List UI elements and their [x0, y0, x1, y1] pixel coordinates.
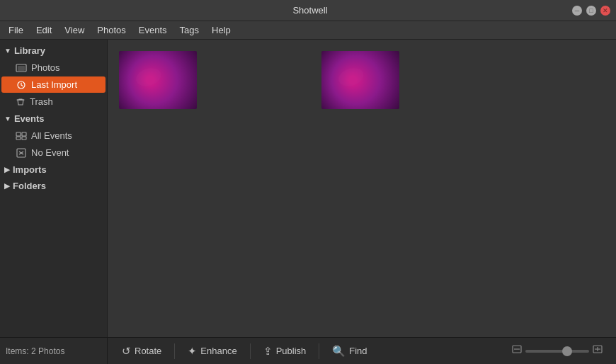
- content-area: [108, 40, 616, 337]
- sidebar-imports-header[interactable]: ▶ Imports: [0, 161, 107, 178]
- sidebar-all-events-label: All Events: [31, 130, 72, 141]
- svg-rect-5: [16, 137, 21, 140]
- status-area: Items: 2 Photos: [0, 338, 108, 364]
- sidebar-item-photos[interactable]: Photos: [1, 59, 105, 76]
- zoom-out-icon[interactable]: [511, 344, 523, 358]
- maximize-button[interactable]: □: [586, 6, 596, 16]
- svg-rect-3: [16, 132, 21, 136]
- titlebar: Shotwell ─ □ ✕: [0, 0, 616, 21]
- titlebar-title: Shotwell: [292, 5, 327, 16]
- menu-file[interactable]: File: [3, 23, 29, 38]
- sidebar-events-label: Events: [14, 113, 45, 124]
- enhance-icon: ✦: [188, 345, 197, 358]
- zoom-area: [511, 344, 609, 358]
- photo-canvas-1: [119, 51, 197, 109]
- sidebar-photos-label: Photos: [31, 62, 59, 73]
- sidebar-events-header[interactable]: ▼ Events: [0, 110, 107, 127]
- photos-icon: [16, 63, 27, 73]
- window-controls: ─ □ ✕: [572, 6, 610, 16]
- sidebar-item-last-import[interactable]: Last Import: [1, 76, 105, 93]
- publish-button[interactable]: ⇪ Publish: [256, 342, 314, 360]
- find-button[interactable]: 🔍 Find: [325, 342, 374, 360]
- trash-icon: [16, 97, 25, 107]
- publish-icon: ⇪: [263, 345, 273, 358]
- sidebar: ▼ Library Photos Last Import: [0, 40, 108, 337]
- close-button[interactable]: ✕: [600, 6, 610, 16]
- last-import-icon: [16, 80, 27, 90]
- rotate-label: Rotate: [135, 346, 161, 356]
- imports-arrow-icon: ▶: [4, 166, 10, 174]
- events-arrow-icon: ▼: [4, 115, 11, 123]
- minimize-button[interactable]: ─: [572, 6, 582, 16]
- zoom-thumb[interactable]: [562, 346, 572, 356]
- find-label: Find: [349, 346, 367, 356]
- enhance-label: Enhance: [200, 346, 236, 356]
- enhance-button[interactable]: ✦ Enhance: [181, 342, 244, 360]
- toolbar-sep-1: [174, 343, 175, 359]
- toolbar-sep-2: [250, 343, 251, 359]
- find-icon: 🔍: [332, 345, 346, 358]
- zoom-in-icon[interactable]: [592, 344, 603, 358]
- menu-photos[interactable]: Photos: [91, 23, 131, 38]
- items-label: Items:: [6, 346, 29, 356]
- menubar: File Edit View Photos Events Tags Help: [0, 21, 616, 40]
- menu-help[interactable]: Help: [206, 23, 236, 38]
- all-events-icon: [16, 131, 27, 141]
- menu-edit[interactable]: Edit: [30, 23, 57, 38]
- sidebar-imports-label: Imports: [13, 164, 47, 175]
- sidebar-item-trash[interactable]: Trash: [1, 93, 105, 110]
- library-arrow-icon: ▼: [4, 47, 11, 55]
- menu-tags[interactable]: Tags: [174, 23, 205, 38]
- no-event-icon: [16, 148, 27, 158]
- menu-view[interactable]: View: [59, 23, 90, 38]
- rotate-icon: ↺: [122, 345, 131, 358]
- svg-rect-6: [22, 137, 26, 140]
- sidebar-trash-label: Trash: [30, 96, 53, 107]
- sidebar-last-import-label: Last Import: [31, 79, 77, 90]
- sidebar-item-all-events[interactable]: All Events: [1, 127, 105, 144]
- sidebar-folders-header[interactable]: ▶ Folders: [0, 178, 107, 194]
- toolbar: ↺ Rotate ✦ Enhance ⇪ Publish 🔍 Find: [108, 342, 616, 360]
- sidebar-item-no-event[interactable]: No Event: [1, 144, 105, 161]
- photo-thumb-2[interactable]: [321, 51, 399, 109]
- sidebar-no-event-label: No Event: [31, 147, 69, 158]
- items-count: 2 Photos: [31, 346, 64, 356]
- zoom-slider[interactable]: [525, 350, 589, 353]
- sidebar-library-label: Library: [14, 45, 45, 56]
- folders-arrow-icon: ▶: [4, 182, 10, 190]
- toolbar-sep-3: [319, 343, 319, 359]
- menu-events[interactable]: Events: [133, 23, 173, 38]
- svg-rect-1: [18, 66, 25, 71]
- photo-thumb-1[interactable]: [119, 51, 197, 109]
- photo-canvas-2: [321, 51, 399, 109]
- publish-label: Publish: [276, 346, 307, 356]
- rotate-button[interactable]: ↺ Rotate: [115, 342, 169, 360]
- sidebar-library-header[interactable]: ▼ Library: [0, 42, 107, 59]
- svg-rect-4: [22, 132, 26, 136]
- bottombar: Items: 2 Photos ↺ Rotate ✦ Enhance ⇪ Pub…: [0, 337, 616, 364]
- sidebar-folders-label: Folders: [13, 181, 46, 191]
- main-area: ▼ Library Photos Last Import: [0, 40, 616, 337]
